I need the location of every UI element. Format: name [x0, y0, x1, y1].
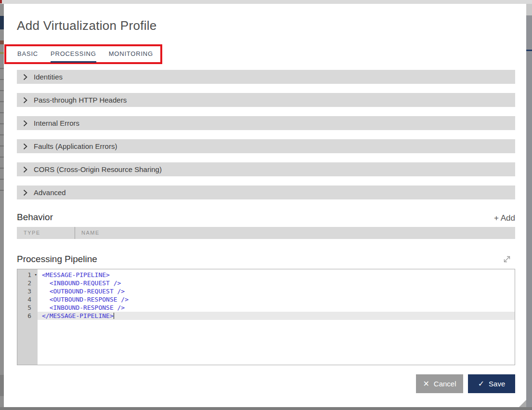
column-divider	[75, 227, 75, 239]
code-line: <INBOUND-REQUEST />	[38, 279, 515, 287]
chevron-right-icon	[23, 166, 28, 173]
chevron-right-icon	[23, 119, 28, 127]
code-line: <MESSAGE-PIPELINE>	[38, 271, 515, 279]
checkmark-icon: ✓	[478, 380, 484, 388]
tab-basic[interactable]: BASIC	[17, 50, 38, 63]
accordion-section-identities[interactable]: Identities	[17, 70, 515, 84]
add-virtualization-profile-dialog: Add Virtualization Profile BASIC PROCESS…	[4, 4, 526, 407]
chevron-right-icon	[23, 73, 28, 80]
accordion-section-faults[interactable]: Faults (Application Errors)	[17, 139, 515, 153]
pipeline-code-editor[interactable]: 1▾ 2 3 4 5 6 <MESSAGE-PIPELINE> <INBOUND…	[17, 269, 515, 365]
save-button[interactable]: ✓ Save	[468, 374, 515, 393]
accordion-section-label: Faults (Application Errors)	[34, 142, 117, 150]
dialog-footer: ✕ Cancel ✓ Save	[4, 374, 515, 393]
background-app-left-strip	[0, 4, 4, 407]
expand-editor-icon[interactable]	[503, 255, 511, 264]
accordion-section-label: Advanced	[34, 188, 66, 197]
line-number: 2	[17, 279, 38, 287]
line-number: 1▾	[17, 271, 38, 279]
accordion-section-label: Identities	[34, 73, 63, 81]
cancel-button-label: Cancel	[434, 380, 456, 388]
code-line-active: </MESSAGE-PIPELINE>	[38, 312, 515, 320]
processing-accordion: Identities Pass-through HTTP Headers Int…	[17, 70, 515, 209]
code-line: <OUTBOUND-RESPONSE />	[38, 295, 515, 304]
background-app-top-strip	[0, 0, 532, 4]
dialog-tab-bar: BASIC PROCESSING MONITORING	[17, 50, 153, 63]
chevron-right-icon	[23, 143, 28, 150]
cancel-button[interactable]: ✕ Cancel	[416, 374, 463, 393]
dialog-title: Add Virtualization Profile	[17, 18, 157, 33]
dialog-resize-grip[interactable]	[519, 400, 526, 407]
tab-processing[interactable]: PROCESSING	[51, 50, 96, 63]
accordion-section-passthrough-http-headers[interactable]: Pass-through HTTP Headers	[17, 93, 515, 107]
background-right-light-block	[526, 4, 532, 15]
processing-pipeline-heading: Processing Pipeline	[17, 254, 97, 265]
behavior-section-heading: Behavior	[17, 212, 53, 223]
line-number: 6	[17, 312, 38, 320]
background-right-navy-line	[526, 50, 532, 51]
accordion-section-advanced[interactable]: Advanced	[17, 185, 515, 199]
background-navy-block	[0, 16, 4, 29]
save-button-label: Save	[489, 380, 505, 388]
background-app-right-strip	[526, 4, 532, 407]
background-brown-block	[0, 40, 4, 44]
behavior-table-header: TYPE NAME	[17, 227, 515, 239]
chevron-right-icon	[23, 96, 28, 104]
background-app-bottom-strip	[0, 407, 532, 410]
column-header-type: TYPE	[24, 227, 40, 239]
add-behavior-button[interactable]: + Add	[494, 213, 515, 223]
code-line: <OUTBOUND-REQUEST />	[38, 287, 515, 295]
chevron-right-icon	[23, 189, 28, 196]
background-dark-block	[0, 375, 4, 396]
column-header-name: NAME	[81, 227, 100, 239]
fold-arrow-icon[interactable]: ▾	[35, 271, 37, 278]
close-icon: ✕	[423, 380, 429, 388]
background-app-top-left-accent	[0, 0, 2, 3]
accordion-section-label: CORS (Cross-Origin Resource Sharing)	[34, 165, 162, 173]
line-number: 4	[17, 295, 38, 304]
background-list-rows	[0, 58, 4, 192]
tab-monitoring[interactable]: MONITORING	[109, 50, 153, 63]
text-cursor	[114, 313, 114, 319]
editor-line-number-gutter: 1▾ 2 3 4 5 6	[17, 269, 38, 365]
accordion-section-cors[interactable]: CORS (Cross-Origin Resource Sharing)	[17, 162, 515, 176]
line-number: 5	[17, 304, 38, 312]
accordion-section-label: Pass-through HTTP Headers	[34, 96, 127, 104]
screenshot-page: Add Virtualization Profile BASIC PROCESS…	[0, 0, 532, 410]
background-olive-block	[0, 52, 4, 54]
editor-code-pane[interactable]: <MESSAGE-PIPELINE> <INBOUND-REQUEST /> <…	[38, 269, 515, 365]
accordion-section-internal-errors[interactable]: Internal Errors	[17, 116, 515, 130]
accordion-section-label: Internal Errors	[34, 119, 79, 127]
line-number: 3	[17, 287, 38, 295]
code-line: <INBOUND-RESPONSE />	[38, 304, 515, 312]
